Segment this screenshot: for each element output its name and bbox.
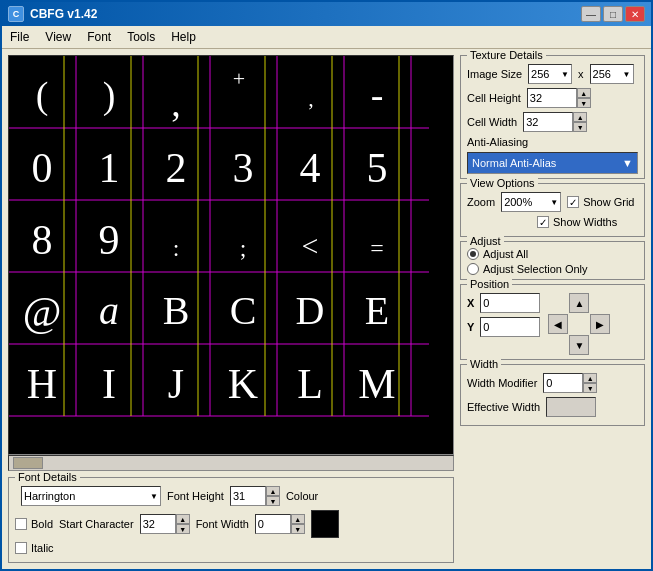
adjust-selection-radio[interactable]: [467, 263, 479, 275]
app-icon: C: [8, 6, 24, 22]
pad-topright: [590, 293, 610, 313]
pad-right[interactable]: ▶: [590, 314, 610, 334]
menu-view[interactable]: View: [37, 28, 79, 46]
anti-alias-row: Anti-Aliasing: [467, 136, 638, 148]
svg-text:5: 5: [367, 145, 388, 191]
menu-font[interactable]: Font: [79, 28, 119, 46]
canvas-hscroll[interactable]: [8, 455, 454, 471]
maximize-button[interactable]: □: [603, 6, 623, 22]
font-canvas[interactable]: ( ) , + , - 0 1 2 3 4 5 8: [8, 55, 454, 455]
svg-text:): ): [103, 74, 116, 117]
width-mod-down[interactable]: ▼: [583, 383, 597, 393]
font-height-label: Font Height: [167, 490, 224, 502]
start-char-input[interactable]: [140, 514, 176, 534]
bold-label: Bold: [31, 518, 53, 530]
anti-alias-dropdown[interactable]: Normal Anti-Alias ▼: [467, 152, 638, 174]
image-size-h-dropdown[interactable]: 256 ▼: [590, 64, 634, 84]
svg-text:,: ,: [308, 86, 314, 111]
image-size-w-dropdown[interactable]: 256 ▼: [528, 64, 572, 84]
svg-text:J: J: [168, 361, 184, 407]
svg-text:8: 8: [32, 217, 53, 263]
start-char-down[interactable]: ▼: [176, 524, 190, 534]
font-height-input-wrapper: ▲ ▼: [230, 486, 280, 506]
y-input[interactable]: [480, 317, 540, 337]
font-width-up[interactable]: ▲: [291, 514, 305, 524]
adjust-selection-row: Adjust Selection Only: [467, 263, 638, 275]
texture-details-content: Image Size 256 ▼ x 256 ▼: [467, 64, 638, 174]
width-title: Width: [467, 358, 501, 370]
cell-width-label: Cell Width: [467, 116, 517, 128]
cell-height-down[interactable]: ▼: [577, 98, 591, 108]
pad-center: [569, 314, 589, 334]
cell-width-down[interactable]: ▼: [573, 122, 587, 132]
menu-tools[interactable]: Tools: [119, 28, 163, 46]
texture-details-panel: Texture Details Image Size 256 ▼ x 256: [460, 55, 645, 179]
show-grid-checkbox[interactable]: [567, 196, 579, 208]
show-widths-checkbox[interactable]: [537, 216, 549, 228]
image-size-w-wrapper: 256 ▼: [528, 64, 572, 84]
font-width-down[interactable]: ▼: [291, 524, 305, 534]
anti-alias-arrow: ▼: [622, 157, 633, 169]
x-input[interactable]: [480, 293, 540, 313]
bold-checkbox[interactable]: [15, 518, 27, 530]
adjust-all-radio[interactable]: [467, 248, 479, 260]
font-width-label: Font Width: [196, 518, 249, 530]
italic-checkbox[interactable]: [15, 542, 27, 554]
position-panel: Position X Y: [460, 284, 645, 360]
hscroll-thumb[interactable]: [13, 457, 43, 469]
cell-height-up[interactable]: ▲: [577, 88, 591, 98]
svg-text:B: B: [163, 288, 190, 333]
show-grid-row: Show Grid: [567, 196, 634, 208]
close-button[interactable]: ✕: [625, 6, 645, 22]
svg-text:@: @: [23, 289, 62, 335]
adjust-selection-label: Adjust Selection Only: [483, 263, 588, 275]
menubar: File View Font Tools Help: [2, 26, 651, 49]
svg-text:4: 4: [300, 145, 321, 191]
show-widths-check: [539, 217, 547, 228]
cell-width-input[interactable]: [523, 112, 573, 132]
zoom-label: Zoom: [467, 196, 495, 208]
minimize-button[interactable]: —: [581, 6, 601, 22]
font-height-up[interactable]: ▲: [266, 486, 280, 496]
pad-up[interactable]: ▲: [569, 293, 589, 313]
pad-down[interactable]: ▼: [569, 335, 589, 355]
svg-text:a: a: [99, 288, 119, 333]
adjust-all-label: Adjust All: [483, 248, 528, 260]
image-size-label: Image Size: [467, 68, 522, 80]
font-dropdown[interactable]: Harrington ▼: [21, 486, 161, 506]
zoom-arrow: ▼: [550, 198, 558, 207]
font-row: Harrington ▼ Font Height ▲ ▼ Colour: [15, 486, 447, 506]
position-content: X Y ▲ ◀: [467, 293, 638, 355]
cell-height-input[interactable]: [527, 88, 577, 108]
font-height-down[interactable]: ▼: [266, 496, 280, 506]
cell-width-up[interactable]: ▲: [573, 112, 587, 122]
pad-bottomright: [590, 335, 610, 355]
svg-text:9: 9: [99, 217, 120, 263]
svg-text:D: D: [296, 288, 325, 333]
pad-left[interactable]: ◀: [548, 314, 568, 334]
adjust-all-row: Adjust All: [467, 248, 638, 260]
svg-text:+: +: [233, 66, 245, 91]
view-options-content: Zoom 200% ▼ Show Grid: [467, 192, 638, 228]
bold-checkbox-row: Bold: [15, 518, 53, 530]
font-details-panel: Font Details Harrington ▼ Font Height ▲: [8, 477, 454, 563]
width-mod-up[interactable]: ▲: [583, 373, 597, 383]
menu-file[interactable]: File: [2, 28, 37, 46]
start-char-up[interactable]: ▲: [176, 514, 190, 524]
svg-text:<: <: [302, 229, 319, 262]
cell-height-row: Cell Height ▲ ▼: [467, 88, 638, 108]
right-panel: Texture Details Image Size 256 ▼ x 256: [460, 55, 645, 563]
width-modifier-wrapper: ▲ ▼: [543, 373, 597, 393]
cell-height-wrapper: ▲ ▼: [527, 88, 591, 108]
zoom-dropdown[interactable]: 200% ▼: [501, 192, 561, 212]
font-width-spin: ▲ ▼: [291, 514, 305, 534]
font-height-input[interactable]: [230, 486, 266, 506]
x-label: X: [467, 297, 474, 309]
colour-box[interactable]: [311, 510, 339, 538]
main-window: C CBFG v1.42 — □ ✕ File View Font Tools …: [0, 0, 653, 571]
menu-help[interactable]: Help: [163, 28, 204, 46]
window-controls: — □ ✕: [581, 6, 645, 22]
font-width-input[interactable]: [255, 514, 291, 534]
arrow-pad: ▲ ◀ ▶ ▼: [548, 293, 610, 355]
width-modifier-input[interactable]: [543, 373, 583, 393]
